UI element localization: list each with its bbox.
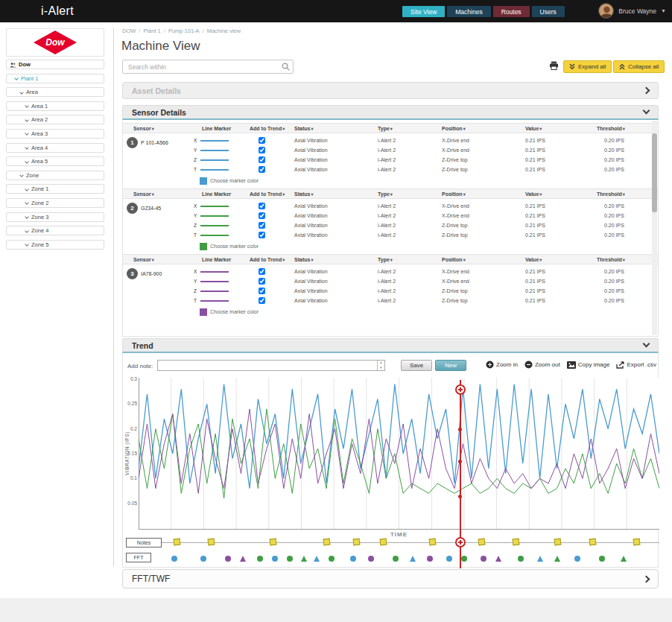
fft-marker-circle[interactable] bbox=[200, 556, 206, 562]
fft-marker-circle[interactable] bbox=[481, 556, 486, 562]
search-input[interactable] bbox=[122, 60, 294, 74]
avatar[interactable] bbox=[598, 3, 614, 19]
note-marker[interactable] bbox=[633, 539, 640, 546]
column-header-add-to-trend[interactable]: Add to Trend▾ bbox=[239, 191, 284, 197]
cursor-handle-top[interactable] bbox=[455, 384, 466, 395]
note-marker[interactable] bbox=[323, 539, 331, 546]
fft-marker-circle[interactable] bbox=[272, 556, 278, 562]
fft-marker-circle[interactable] bbox=[329, 556, 335, 562]
note-marker[interactable] bbox=[478, 539, 486, 546]
column-header-type[interactable]: Type▾ bbox=[367, 126, 431, 131]
choose-marker-color[interactable]: Choose marker color bbox=[200, 241, 658, 251]
column-header-value[interactable]: Value▾ bbox=[515, 126, 586, 131]
column-header-sensor[interactable]: Sensor▾ bbox=[123, 257, 191, 262]
column-header-line-marker[interactable]: Line Marker bbox=[191, 126, 239, 131]
add-to-trend-checkbox[interactable] bbox=[259, 137, 265, 144]
note-marker[interactable] bbox=[513, 539, 520, 546]
new-button[interactable]: New bbox=[435, 360, 466, 371]
fft-marker-circle[interactable] bbox=[461, 556, 467, 562]
user-menu[interactable]: Bruce Wayne ▼ bbox=[598, 3, 666, 19]
nav-site-view[interactable]: Site View bbox=[402, 6, 445, 17]
column-header-status[interactable]: Status▾ bbox=[284, 126, 367, 131]
add-to-trend-checkbox[interactable] bbox=[259, 297, 265, 304]
column-header-type[interactable]: Type▾ bbox=[367, 257, 431, 262]
add-to-trend-checkbox[interactable] bbox=[259, 278, 265, 285]
add-to-trend-checkbox[interactable] bbox=[259, 232, 265, 238]
nav-machines[interactable]: Machines bbox=[447, 6, 490, 17]
fft-marker-circle[interactable] bbox=[225, 556, 231, 562]
column-header-status[interactable]: Status▾ bbox=[284, 257, 367, 262]
breadcrumb-item-pump-101-a[interactable]: Pump 101-A bbox=[168, 28, 200, 34]
sidebar-item-area-2[interactable]: Area 2 bbox=[6, 115, 104, 124]
column-header-sensor[interactable]: Sensor▾ bbox=[123, 191, 191, 197]
note-marker[interactable] bbox=[429, 539, 437, 546]
section-fft-twf[interactable]: FFT/TWF bbox=[122, 569, 659, 588]
zoom-out-button[interactable]: Zoom out bbox=[524, 361, 560, 369]
sidebar-item-zone-5[interactable]: Zone 5 bbox=[6, 240, 104, 250]
fft-marker-circle[interactable] bbox=[350, 556, 356, 562]
note-marker[interactable] bbox=[554, 539, 562, 546]
choose-marker-color[interactable]: Choose marker color bbox=[200, 176, 658, 185]
sidebar-item-area-5[interactable]: Area 5 bbox=[6, 156, 104, 166]
column-header-position[interactable]: Position▾ bbox=[431, 126, 515, 131]
fft-marker-triangle[interactable] bbox=[621, 556, 627, 562]
fft-marker-triangle[interactable] bbox=[554, 556, 560, 562]
nav-users[interactable]: Users bbox=[532, 6, 565, 17]
column-header-threshold[interactable]: Threshold▾ bbox=[586, 257, 646, 262]
collapse-all-button[interactable]: Collapse all bbox=[613, 60, 665, 73]
nav-routes[interactable]: Routes bbox=[493, 6, 530, 17]
note-marker[interactable] bbox=[173, 539, 180, 546]
sidebar-item-plant-1[interactable]: Plant 1 bbox=[6, 74, 104, 83]
cursor-handle-bottom[interactable] bbox=[455, 537, 466, 548]
fft-marker-triangle[interactable] bbox=[240, 556, 246, 562]
column-header-position[interactable]: Position▾ bbox=[431, 257, 515, 262]
note-marker[interactable] bbox=[352, 539, 360, 546]
sidebar-item-area-1[interactable]: Area 1 bbox=[6, 101, 104, 111]
fft-marker-circle[interactable] bbox=[427, 556, 433, 562]
add-to-trend-checkbox[interactable] bbox=[259, 166, 265, 173]
note-marker[interactable] bbox=[380, 539, 387, 546]
fft-marker-circle[interactable] bbox=[393, 556, 399, 562]
fft-marker-triangle[interactable] bbox=[495, 556, 501, 562]
print-button[interactable] bbox=[549, 61, 559, 72]
add-to-trend-checkbox[interactable] bbox=[259, 156, 265, 163]
sidebar-item-zone-3[interactable]: Zone 3 bbox=[6, 212, 104, 222]
column-header-add-to-trend[interactable]: Add to Trend▾ bbox=[239, 126, 284, 131]
export-csv-button[interactable]: Export .csv bbox=[616, 361, 656, 369]
add-to-trend-checkbox[interactable] bbox=[259, 288, 265, 294]
sidebar-item-dow[interactable]: Dow bbox=[6, 60, 104, 69]
column-header-type[interactable]: Type▾ bbox=[367, 191, 431, 197]
sidebar-item-area-3[interactable]: Area 3 bbox=[6, 129, 104, 139]
scrollbar-thumb[interactable] bbox=[652, 133, 657, 212]
expand-all-button[interactable]: Expand all bbox=[563, 60, 612, 73]
fft-marker-circle[interactable] bbox=[171, 556, 177, 562]
column-header-threshold[interactable]: Threshold▾ bbox=[586, 126, 646, 131]
column-header-sensor[interactable]: Sensor▾ bbox=[123, 126, 191, 131]
section-asset-details[interactable]: Asset Details bbox=[122, 82, 659, 99]
sidebar-item-zone-1[interactable]: Zone 1 bbox=[6, 184, 104, 194]
chart-cursor[interactable] bbox=[460, 380, 461, 568]
add-to-trend-checkbox[interactable] bbox=[259, 212, 265, 219]
spinner-down-icon[interactable]: ▾ bbox=[378, 366, 384, 371]
fft-marker-circle[interactable] bbox=[368, 556, 374, 562]
scrollbar-track[interactable] bbox=[652, 121, 657, 335]
note-marker[interactable] bbox=[269, 539, 276, 546]
add-to-trend-checkbox[interactable] bbox=[259, 203, 265, 209]
breadcrumb-item-plant-1[interactable]: Plant 1 bbox=[143, 28, 160, 34]
sidebar-item-zone-4[interactable]: Zone 4 bbox=[6, 226, 104, 235]
add-to-trend-checkbox[interactable] bbox=[259, 147, 265, 153]
fft-marker-circle[interactable] bbox=[599, 556, 605, 562]
sidebar-item-zone[interactable]: Zone bbox=[6, 171, 104, 180]
column-header-threshold[interactable]: Threshold▾ bbox=[586, 191, 646, 197]
column-header-position[interactable]: Position▾ bbox=[431, 191, 515, 197]
caret-down-icon[interactable]: ▼ bbox=[661, 8, 666, 13]
fft-marker-triangle[interactable] bbox=[301, 556, 307, 562]
breadcrumb-item-machine-view[interactable]: Machine view bbox=[207, 28, 241, 34]
sidebar-item-area-4[interactable]: Area 4 bbox=[6, 143, 104, 153]
sidebar-item-zone-2[interactable]: Zone 2 bbox=[6, 198, 104, 208]
choose-marker-color[interactable]: Choose marker color bbox=[200, 307, 658, 317]
column-header-line-marker[interactable]: Line Marker bbox=[191, 257, 239, 262]
fft-marker-triangle[interactable] bbox=[314, 556, 320, 562]
column-header-value[interactable]: Value▾ bbox=[515, 257, 586, 262]
add-to-trend-checkbox[interactable] bbox=[259, 222, 265, 229]
